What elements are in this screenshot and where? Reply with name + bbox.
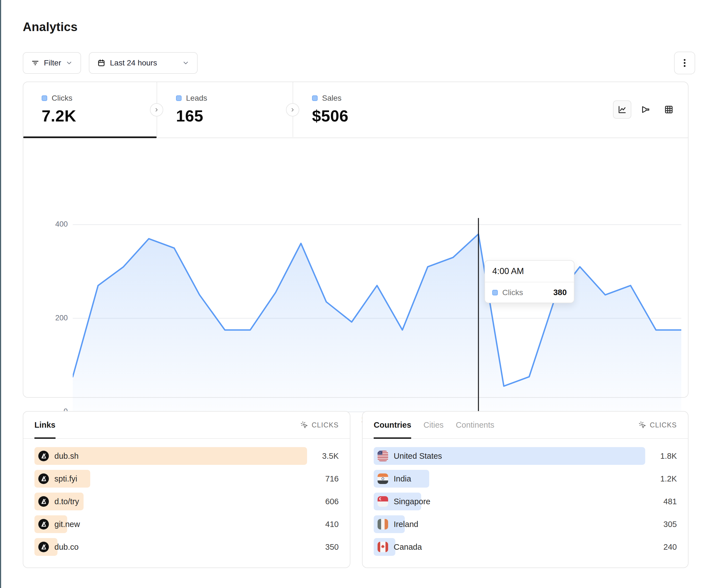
stat-tabs-row: Clicks 7.2K Leads 165 Sales $506: [23, 82, 688, 138]
analytics-card: Clicks 7.2K Leads 165 Sales $506 4002000…: [23, 82, 689, 398]
series-marker: [42, 95, 47, 101]
analytics-page: Analytics Filter Last 24 hours Clicks 7.…: [0, 0, 711, 588]
series-marker: [176, 95, 181, 101]
date-range-label: Last 24 hours: [110, 59, 157, 67]
filter-icon: [31, 59, 39, 67]
row-label: India: [394, 474, 411, 483]
kebab-icon: [681, 58, 689, 68]
row-value: 481: [652, 497, 677, 506]
left-accent-border: [0, 0, 1, 588]
bar-zone: India: [374, 470, 645, 488]
row-value: 3.5K: [314, 452, 339, 461]
stat-value: 165: [176, 107, 293, 125]
series-marker: [492, 290, 498, 295]
countries-metric[interactable]: CLICKS: [639, 421, 677, 429]
row-label: git.new: [55, 520, 80, 529]
bar-zone: Singapore: [374, 493, 645, 510]
filter-button[interactable]: Filter: [23, 52, 81, 74]
cursor-click-icon: [300, 421, 308, 429]
table-view-button[interactable]: [660, 100, 678, 119]
stat-tab-leads[interactable]: Leads 165: [156, 82, 293, 138]
line-chart-view-icon: [617, 105, 627, 115]
list-item-dub-sh[interactable]: dub.sh 3.5K: [35, 447, 339, 465]
flag-canada: [378, 542, 388, 552]
date-range-button[interactable]: Last 24 hours: [89, 52, 198, 74]
bar-zone: d.to/try: [35, 493, 307, 510]
chart-region[interactable]: 4002000 4:00 PM8:00 PM12:00 AM4:00 AM8:0…: [23, 138, 688, 398]
countries-tab-cities[interactable]: Cities: [423, 412, 444, 438]
row-value: 1.8K: [652, 452, 677, 461]
countries-panel: CountriesCitiesContinents CLICKS United …: [362, 411, 689, 568]
row-label: Ireland: [394, 520, 418, 529]
dub-favicon: [38, 542, 49, 552]
row-label: d.to/try: [55, 497, 79, 506]
countries-panel-tabs: CountriesCitiesContinents: [374, 412, 494, 438]
row-label: Singapore: [394, 497, 430, 506]
chart-view-toggles: [613, 100, 678, 119]
row-label: United States: [394, 452, 442, 461]
list-item-india[interactable]: India 1.2K: [374, 470, 677, 488]
tooltip-value: 380: [553, 288, 567, 297]
line-chart-view-button[interactable]: [613, 100, 631, 119]
countries-tab-continents[interactable]: Continents: [456, 412, 494, 438]
list-item-spti-fyi[interactable]: spti.fyi 716: [35, 470, 339, 488]
countries-tab-countries[interactable]: Countries: [374, 412, 411, 438]
bar-zone: Canada: [374, 538, 645, 556]
stat-label: Clicks: [52, 94, 72, 103]
area-fill: [73, 234, 681, 412]
links-metric-label: CLICKS: [311, 421, 339, 429]
stat-label: Leads: [186, 94, 207, 103]
row-value: 410: [314, 520, 339, 529]
dub-favicon: [38, 519, 49, 529]
list-item-dub-co[interactable]: dub.co 350: [35, 538, 339, 556]
row-label: dub.co: [55, 543, 79, 552]
series-marker: [312, 95, 318, 101]
links-panel-tabs: Links: [35, 412, 56, 438]
countries-rows: United States 1.8K India 1.2K Singapore …: [363, 439, 688, 556]
clicks-area-chart[interactable]: [73, 213, 681, 416]
list-item-ireland[interactable]: Ireland 305: [374, 515, 677, 533]
links-metric[interactable]: CLICKS: [300, 421, 339, 429]
list-item-git-new[interactable]: git.new 410: [35, 515, 339, 533]
flag-singapore: [378, 496, 388, 507]
row-value: 1.2K: [652, 474, 677, 483]
row-value: 716: [314, 474, 339, 483]
y-axis-label: 200: [29, 314, 68, 322]
list-item-united-states[interactable]: United States 1.8K: [374, 447, 677, 465]
list-item-canada[interactable]: Canada 240: [374, 538, 677, 556]
expand-leads-chevron[interactable]: [286, 103, 299, 116]
bar-zone: git.new: [35, 515, 307, 533]
flag-united-states: [378, 451, 388, 461]
row-value: 305: [652, 520, 677, 529]
bar-zone: dub.co: [35, 538, 307, 556]
table-view-icon: [664, 105, 674, 115]
stat-tab-sales[interactable]: Sales $506: [293, 82, 429, 138]
stat-tabs: Clicks 7.2K Leads 165 Sales $506: [23, 82, 688, 138]
row-label: dub.sh: [55, 452, 79, 461]
funnel-view-button[interactable]: [636, 100, 655, 119]
list-item-d-to-try[interactable]: d.to/try 606: [35, 493, 339, 510]
page-title: Analytics: [23, 20, 78, 34]
chevron-down-icon: [182, 59, 189, 67]
funnel-view-icon: [641, 105, 650, 115]
bar-zone: spti.fyi: [35, 470, 307, 488]
flag-ireland: [378, 519, 388, 529]
cursor-click-icon: [639, 421, 646, 429]
countries-metric-label: CLICKS: [650, 421, 677, 429]
more-menu-button[interactable]: [674, 51, 695, 74]
row-label: Canada: [394, 543, 422, 552]
filter-label: Filter: [44, 59, 61, 67]
stat-tab-clicks[interactable]: Clicks 7.2K: [23, 82, 156, 138]
dub-favicon: [38, 473, 49, 484]
list-item-singapore[interactable]: Singapore 481: [374, 493, 677, 510]
links-rows: dub.sh 3.5K spti.fyi 716 d.to/try 606 gi…: [23, 439, 350, 556]
y-axis-label: 400: [29, 220, 68, 229]
bar-zone: dub.sh: [35, 447, 307, 465]
tooltip-time: 4:00 AM: [485, 261, 574, 282]
row-value: 606: [314, 497, 339, 506]
row-label: spti.fyi: [55, 474, 77, 483]
expand-clicks-chevron[interactable]: [150, 103, 163, 116]
row-value: 350: [314, 543, 339, 552]
dub-favicon: [38, 451, 49, 461]
links-tab-links[interactable]: Links: [35, 412, 56, 438]
